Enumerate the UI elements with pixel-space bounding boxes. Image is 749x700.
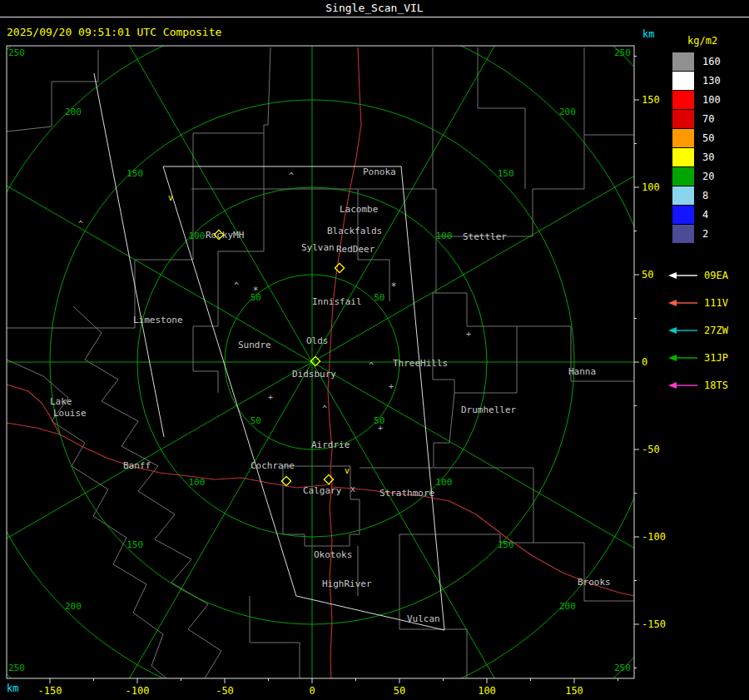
y-tick-label: -50 bbox=[642, 444, 660, 455]
city-label: Ponoka bbox=[363, 166, 396, 177]
site-legend-row: 18TS bbox=[667, 371, 747, 399]
map-layers: 5050505010010010010015015015015020020020… bbox=[0, 0, 749, 700]
svg-text:200: 200 bbox=[559, 601, 576, 612]
svg-text:250: 250 bbox=[614, 663, 631, 673]
site-legend-row: 27ZW bbox=[667, 316, 747, 344]
colorbar-entry: 20 bbox=[667, 166, 747, 186]
city-label: Banff bbox=[123, 460, 151, 471]
svg-text:100: 100 bbox=[435, 477, 452, 488]
colorbar-swatch bbox=[672, 72, 694, 90]
city-label: Calgary bbox=[303, 485, 342, 496]
site-id-label: 31JP bbox=[704, 352, 728, 364]
city-label: Blackfalds bbox=[327, 226, 382, 236]
colorbar-entry: 160 bbox=[667, 52, 747, 71]
city-label: Olds bbox=[306, 335, 329, 346]
site-legend-row: 111V bbox=[667, 289, 747, 316]
city-label: Sylvan bbox=[301, 242, 335, 253]
highways bbox=[7, 47, 634, 678]
svg-text:150: 150 bbox=[498, 539, 514, 550]
city-label: Strathmore bbox=[379, 488, 434, 499]
caret-marker: ^ bbox=[322, 405, 327, 414]
city-label: ThreeHills bbox=[393, 358, 448, 369]
point-markers: vv^^^^^++++**x bbox=[78, 171, 471, 494]
x-tick-label: 100 bbox=[478, 685, 496, 697]
svg-text:150: 150 bbox=[498, 168, 514, 179]
colorbar-entry: 8 bbox=[667, 186, 747, 205]
colorbar-unit-label: kg/m2 bbox=[687, 35, 747, 47]
svg-text:50: 50 bbox=[250, 415, 261, 426]
svg-text:100: 100 bbox=[189, 231, 206, 241]
x-tick-label: -100 bbox=[126, 685, 150, 697]
svg-text:200: 200 bbox=[65, 107, 82, 117]
star-marker: * bbox=[390, 280, 396, 292]
radar-map-display[interactable]: 5050505010010010010015015015015020020020… bbox=[0, 0, 749, 700]
city-label: Airdrie bbox=[311, 439, 350, 450]
colorbar-entry: 100 bbox=[667, 90, 747, 109]
colorbar-entry: 30 bbox=[667, 147, 747, 166]
colorbar-value-label: 70 bbox=[702, 113, 714, 125]
city-label: Louise bbox=[53, 408, 87, 419]
colorbar-swatch bbox=[672, 186, 694, 205]
radar-site-legend: 09EA111V27ZW31JP18TS bbox=[667, 261, 747, 399]
x-tick-label: -50 bbox=[216, 685, 234, 697]
colorbar-entry: 130 bbox=[667, 71, 747, 90]
city-label: Lake bbox=[50, 396, 72, 407]
city-labels: PonokaLacombeBlackfaldsSylvanRedDeerRock… bbox=[50, 166, 611, 624]
city-label: Drumheller bbox=[461, 405, 517, 415]
site-arrow-icon bbox=[667, 298, 699, 308]
city-label: Sundre bbox=[238, 340, 271, 350]
scan-footprint bbox=[94, 73, 444, 630]
colorbar-value-label: 160 bbox=[702, 56, 721, 67]
site-id-label: 111V bbox=[704, 297, 728, 309]
svg-text:200: 200 bbox=[65, 601, 82, 612]
colorbar-value-label: 50 bbox=[702, 132, 714, 144]
colorbar-swatch bbox=[672, 206, 694, 224]
colorbar-entry: 4 bbox=[667, 205, 747, 224]
site-legend-row: 09EA bbox=[667, 261, 747, 289]
x-marker: x bbox=[350, 484, 355, 494]
v-marker: v bbox=[168, 193, 173, 202]
colorbar-swatch bbox=[672, 52, 694, 71]
colorbar-value-label: 30 bbox=[702, 151, 714, 163]
city-label: Didsbury bbox=[292, 369, 336, 380]
colorbar-value-label: 4 bbox=[702, 209, 708, 221]
svg-text:100: 100 bbox=[435, 231, 452, 241]
city-label: RedDeer bbox=[336, 244, 375, 255]
y-tick-label: 100 bbox=[642, 181, 660, 193]
colorbar: 16013010070503020842 bbox=[667, 52, 747, 243]
caret-marker: ^ bbox=[369, 361, 374, 370]
site-legend-row: 31JP bbox=[667, 344, 747, 371]
site-arrow-icon bbox=[667, 325, 699, 335]
plus-marker: + bbox=[466, 330, 471, 339]
svg-text:150: 150 bbox=[126, 539, 143, 550]
y-tick-label: -150 bbox=[642, 618, 666, 630]
svg-text:200: 200 bbox=[559, 107, 576, 117]
city-label: Cochrane bbox=[250, 460, 295, 471]
colorbar-swatch bbox=[672, 167, 694, 186]
x-tick-label: 150 bbox=[565, 685, 583, 697]
site-arrow-icon bbox=[667, 353, 699, 363]
city-label: HighRiver bbox=[322, 578, 372, 589]
svg-text:250: 250 bbox=[614, 47, 631, 58]
caret-marker: ^ bbox=[234, 281, 239, 290]
colorbar-swatch bbox=[672, 225, 694, 243]
colorbar-value-label: 2 bbox=[702, 228, 708, 240]
svg-text:250: 250 bbox=[8, 663, 25, 673]
caret-marker: ^ bbox=[78, 220, 83, 229]
colorbar-swatch bbox=[672, 91, 694, 109]
city-label: Limestone bbox=[133, 315, 183, 325]
x-tick-label: -150 bbox=[38, 685, 62, 697]
plus-marker: + bbox=[268, 393, 273, 402]
city-label: RockyMH bbox=[206, 230, 244, 241]
colorbar-entry: 50 bbox=[667, 128, 747, 147]
range-rings bbox=[0, 0, 749, 700]
plus-marker: + bbox=[378, 424, 383, 433]
city-label: Stettler bbox=[463, 231, 507, 242]
city-label: Brooks bbox=[578, 577, 611, 588]
star-marker: * bbox=[252, 285, 258, 296]
svg-text:100: 100 bbox=[189, 477, 206, 488]
city-label: Vulcan bbox=[407, 613, 440, 624]
site-arrow-icon bbox=[667, 380, 699, 390]
colorbar-value-label: 100 bbox=[702, 94, 721, 106]
svg-text:150: 150 bbox=[126, 168, 143, 179]
